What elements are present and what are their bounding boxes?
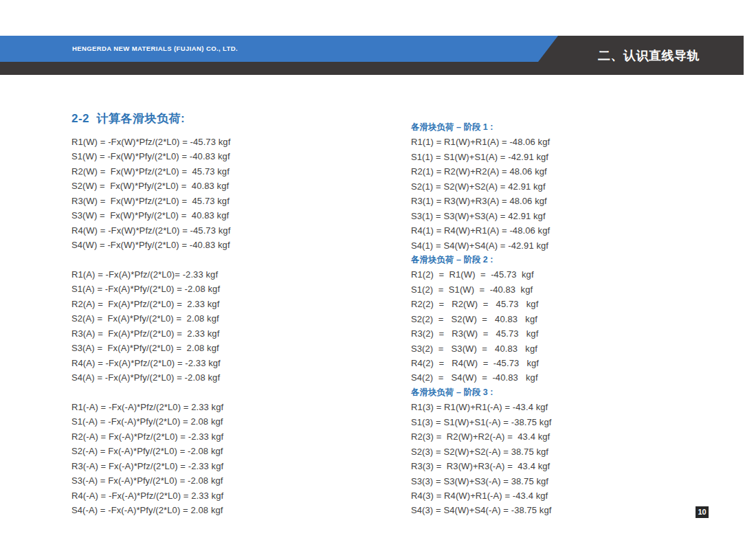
formula-line: R4(2) = R4(W) = -45.73 kgf [411, 356, 552, 370]
formula-line: S1(W) = -Fx(W)*Pfy/(2*L0) = -40.83 kgf [71, 149, 230, 164]
section-title: 二、认识直线导轨 [598, 36, 700, 75]
page-title: 2-2 计算各滑块负荷: [71, 111, 185, 126]
formula-column-left: R1(W) = -Fx(W)*Pfz/(2*L0) = -45.73 kgf S… [71, 135, 230, 517]
formula-line: R3(1) = R3(W)+R3(A) = 48.06 kgf [411, 194, 552, 208]
formula-line: R3(3) = R3(W)+R3(-A) = 43.4 kgf [411, 459, 552, 473]
formula-line: R1(2) = R1(W) = -45.73 kgf [411, 267, 552, 282]
formula-line: R4(3) = R4(W)+R1(-A) = -43.4 kgf [411, 488, 552, 503]
formula-line: S4(A) = -Fx(A)*Pfy/(2*L0) = -2.08 kgf [71, 370, 230, 385]
formula-line: R1(3) = R1(W)+R1(-A) = -43.4 kgf [411, 400, 552, 414]
formula-line: S1(-A) = -Fx(-A)*Pfy/(2*L0) = 2.08 kgf [71, 414, 230, 429]
formula-line: S3(-A) = Fx(-A)*Pfy/(2*L0) = -2.08 kgf [71, 473, 230, 488]
formula-line: R1(-A) = -Fx(-A)*Pfz/(2*L0) = 2.33 kgf [71, 400, 230, 414]
block-gap [71, 253, 230, 267]
formula-line: R2(1) = R2(W)+R2(A) = 48.06 kgf [411, 164, 552, 179]
formula-line: S3(A) = Fx(A)*Pfy/(2*L0) = 2.08 kgf [71, 341, 230, 355]
formula-line: R1(W) = -Fx(W)*Pfz/(2*L0) = -45.73 kgf [71, 135, 230, 149]
formula-line: R4(1) = R4(W)+R1(A) = -48.06 kgf [411, 223, 552, 238]
formula-line: S3(3) = S3(W)+S3(-A) = 38.75 kgf [411, 474, 552, 488]
formula-line: S2(A) = Fx(A)*Pfy/(2*L0) = 2.08 kgf [71, 311, 230, 326]
formula-line: S1(1) = S1(W)+S1(A) = -42.91 kgf [411, 150, 552, 164]
formula-line: S2(W) = Fx(W)*Pfy/(2*L0) = 40.83 kgf [71, 179, 230, 193]
formula-line: S4(W) = -Fx(W)*Pfy/(2*L0) = -40.83 kgf [71, 238, 230, 252]
slide: HENGERDA NEW MATERIALS (FUJIAN) CO., LTD… [0, 0, 756, 551]
formula-line: S3(2) = S3(W) = 40.83 kgf [411, 341, 552, 356]
stage-2-heading: 各滑块负荷 – 阶段 2 : [411, 253, 552, 267]
formula-line: R3(W) = Fx(W)*Pfz/(2*L0) = 45.73 kgf [71, 194, 230, 208]
formula-line: S3(W) = Fx(W)*Pfy/(2*L0) = 40.83 kgf [71, 208, 230, 223]
formula-line: R4(W) = -Fx(W)*Pfz/(2*L0) = -45.73 kgf [71, 223, 230, 238]
company-name: HENGERDA NEW MATERIALS (FUJIAN) CO., LTD… [72, 36, 238, 62]
stage-1-heading: 各滑块负荷 – 阶段 1 : [411, 120, 552, 135]
formula-line: S4(3) = S4(W)+S4(-A) = -38.75 kgf [411, 503, 552, 517]
company-banner: HENGERDA NEW MATERIALS (FUJIAN) CO., LTD… [0, 36, 558, 62]
formula-line: R2(A) = Fx(A)*Pfz/(2*L0) = 2.33 kgf [71, 297, 230, 311]
formula-line: S4(-A) = -Fx(-A)*Pfy/(2*L0) = 2.08 kgf [71, 503, 230, 517]
formula-line: S2(1) = S2(W)+S2(A) = 42.91 kgf [411, 179, 552, 194]
formula-line: R2(2) = R2(W) = 45.73 kgf [411, 297, 552, 311]
formula-line: S3(1) = S3(W)+S3(A) = 42.91 kgf [411, 209, 552, 223]
stage-3-heading: 各滑块负荷 – 阶段 3 : [411, 385, 552, 400]
formula-line: S1(2) = S1(W) = -40.83 kgf [411, 282, 552, 297]
header-band: HENGERDA NEW MATERIALS (FUJIAN) CO., LTD… [0, 36, 744, 75]
formula-line: S4(2) = S4(W) = -40.83 kgf [411, 370, 552, 385]
block-gap [71, 385, 230, 399]
formula-line: R3(-A) = Fx(-A)*Pfz/(2*L0) = -2.33 kgf [71, 459, 230, 473]
formula-line: S2(2) = S2(W) = 40.83 kgf [411, 312, 552, 326]
formula-line: R4(A) = -Fx(A)*Pfz/(2*L0) = -2.33 kgf [71, 356, 230, 370]
page-number-badge: 10 [696, 506, 709, 518]
formula-line: S1(3) = S1(W)+S1(-A) = -38.75 kgf [411, 415, 552, 429]
formula-line: R1(1) = R1(W)+R1(A) = -48.06 kgf [411, 135, 552, 149]
formula-line: S1(A) = -Fx(A)*Pfy/(2*L0) = -2.08 kgf [71, 282, 230, 296]
formula-line: S2(-A) = Fx(-A)*Pfy/(2*L0) = -2.08 kgf [71, 444, 230, 458]
formula-line: R3(A) = Fx(A)*Pfz/(2*L0) = 2.33 kgf [71, 326, 230, 341]
formula-line: R3(2) = R3(W) = 45.73 kgf [411, 326, 552, 341]
formula-line: R4(-A) = -Fx(-A)*Pfz/(2*L0) = 2.33 kgf [71, 488, 230, 503]
formula-line: R1(A) = -Fx(A)*Pfz/(2*L0)= -2.33 kgf [71, 267, 230, 282]
formula-line: R2(W) = Fx(W)*Pfz/(2*L0) = 45.73 kgf [71, 164, 230, 179]
formula-line: R2(-A) = Fx(-A)*Pfz/(2*L0) = -2.33 kgf [71, 429, 230, 444]
formula-line: S2(3) = S2(W)+S2(-A) = 38.75 kgf [411, 445, 552, 459]
formula-column-right: 各滑块负荷 – 阶段 1 : R1(1) = R1(W)+R1(A) = -48… [411, 120, 552, 518]
formula-line: S4(1) = S4(W)+S4(A) = -42.91 kgf [411, 238, 552, 253]
formula-line: R2(3) = R2(W)+R2(-A) = 43.4 kgf [411, 429, 552, 444]
